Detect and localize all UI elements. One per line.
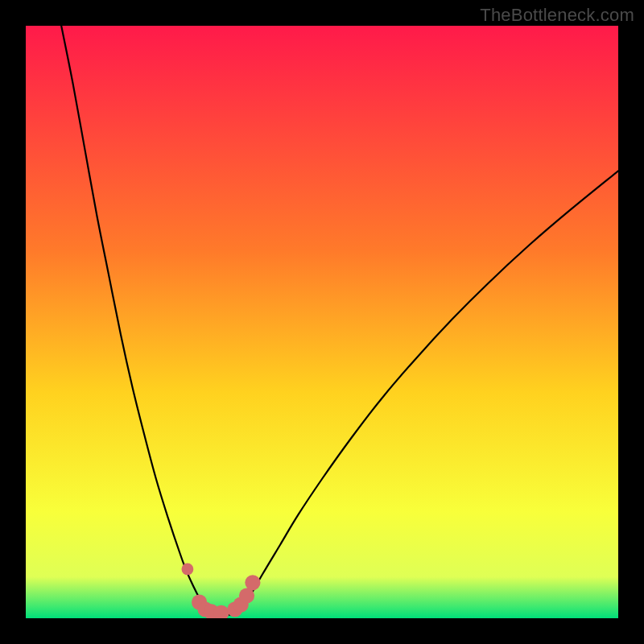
plot-area (26, 26, 618, 618)
gradient-background (26, 26, 618, 618)
chart-frame: TheBottleneck.com (0, 0, 644, 644)
valley-marker (182, 564, 194, 576)
watermark-text: TheBottleneck.com (480, 5, 634, 26)
chart-svg (26, 26, 618, 618)
valley-marker (245, 575, 260, 590)
